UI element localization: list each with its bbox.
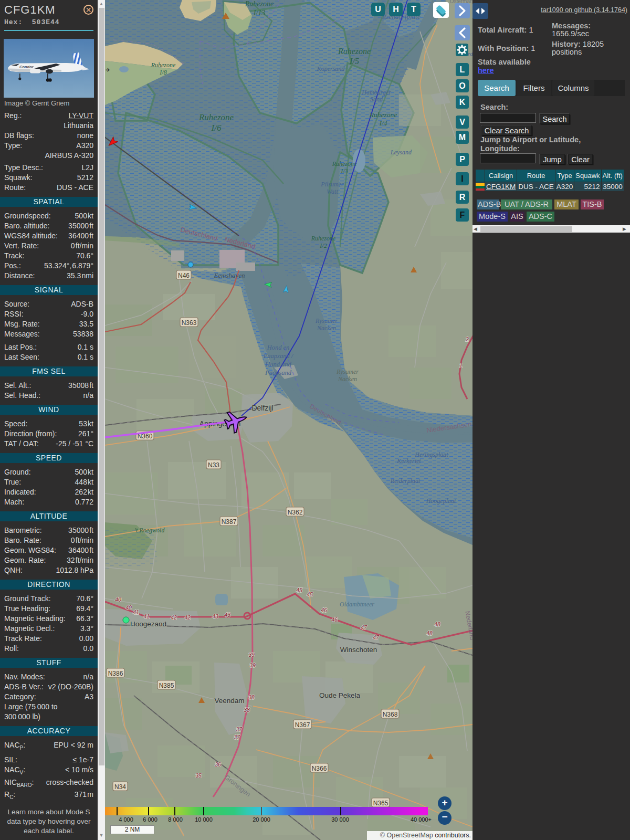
svg-text:Ruhezone: Ruhezone (198, 112, 234, 122)
svg-text:Kopersand: Kopersand (317, 65, 345, 72)
svg-text:42: 42 (171, 614, 177, 621)
svg-text:47: 47 (373, 634, 380, 640)
svg-text:Ruhezone: Ruhezone (338, 47, 371, 56)
svg-text:N34: N34 (114, 783, 126, 791)
svg-text:Eemshaven: Eemshaven (213, 271, 245, 279)
svg-text:Hoogezand: Hoogezand (130, 620, 166, 628)
svg-text:I/2: I/2 (319, 242, 327, 249)
svg-text:43: 43 (212, 613, 218, 620)
svg-text:36: 36 (215, 761, 221, 768)
svg-text:47: 47 (361, 624, 368, 631)
svg-text:N46: N46 (178, 272, 190, 279)
svg-text:45: 45 (307, 591, 313, 597)
svg-text:Paapzand /: Paapzand / (263, 352, 294, 360)
svg-text:N385: N385 (159, 682, 174, 689)
svg-text:39: 39 (249, 662, 256, 668)
svg-text:Hoogeplaat: Hoogeplaat (426, 497, 456, 505)
svg-text:Nacken: Nacken (338, 375, 357, 383)
svg-text:43: 43 (224, 612, 230, 618)
svg-text:Ruhezone: Ruhezone (332, 160, 357, 167)
svg-text:Delfzijl: Delfzijl (251, 404, 273, 412)
svg-text:41: 41 (143, 613, 150, 620)
svg-text:39: 39 (248, 652, 255, 658)
svg-text:Oldambtmeer: Oldambtmeer (340, 601, 374, 608)
svg-text:35: 35 (195, 772, 202, 779)
svg-text:41: 41 (133, 609, 139, 615)
svg-text:N366: N366 (312, 765, 327, 772)
svg-text:N367: N367 (295, 721, 310, 729)
svg-text:Reiderplaat: Reiderplaat (390, 477, 421, 485)
svg-text:40: 40 (115, 596, 121, 603)
svg-text:Hund und: Hund und (265, 361, 291, 368)
svg-text:I/6: I/6 (211, 123, 222, 133)
svg-text:I/13: I/13 (253, 9, 266, 17)
svg-text:Condor: Condor (19, 65, 34, 69)
svg-text:N386: N386 (108, 670, 123, 677)
svg-text:Winschoten: Winschoten (340, 646, 377, 654)
svg-text:Watt: Watt (327, 188, 338, 195)
svg-text:I/5: I/5 (349, 57, 359, 66)
svg-text:Leysand: Leysand (390, 149, 412, 156)
svg-text:38: 38 (248, 694, 255, 700)
svg-text:I/3: I/3 (340, 167, 348, 175)
svg-text:37: 37 (234, 734, 240, 740)
svg-text:42: 42 (184, 614, 191, 621)
svg-text:N362: N362 (288, 509, 303, 516)
svg-text:Oude Pekela: Oude Pekela (319, 691, 361, 699)
svg-text:N368: N368 (383, 711, 398, 718)
svg-text:2: 2 (465, 336, 469, 342)
svg-text:N365: N365 (373, 800, 388, 807)
svg-text:Hamburger: Hamburger (361, 89, 391, 96)
svg-text:Ruhezone: Ruhezone (245, 0, 274, 8)
svg-text:40: 40 (125, 604, 132, 611)
svg-text:N33: N33 (208, 461, 219, 469)
svg-text:Ruhezone: Ruhezone (369, 111, 397, 119)
svg-text:I/8: I/8 (159, 69, 166, 76)
svg-text:Rysumer: Rysumer (315, 317, 338, 324)
svg-text:N387: N387 (222, 518, 237, 526)
svg-text:48: 48 (434, 621, 440, 627)
svg-text:38: 38 (244, 707, 250, 713)
svg-text:45: 45 (296, 587, 302, 593)
svg-text:37: 37 (236, 726, 243, 732)
svg-text:46: 46 (331, 616, 338, 623)
svg-text:Sand: Sand (370, 96, 383, 103)
svg-text:Pilsumer: Pilsumer (320, 181, 344, 188)
svg-text:Veendam: Veendam (214, 697, 244, 705)
svg-text:I/4: I/4 (379, 119, 387, 127)
svg-text:Ruhezone: Ruhezone (151, 61, 176, 69)
svg-text:Rysumer: Rysumer (336, 368, 359, 375)
svg-text:'t Roegwold: 't Roegwold (135, 527, 165, 534)
svg-text:1: 1 (459, 362, 463, 369)
svg-text:48: 48 (426, 630, 433, 636)
svg-text:N363: N363 (182, 319, 197, 327)
svg-text:Nacken: Nacken (317, 324, 336, 332)
svg-text:Paapsand: Paapsand (265, 369, 292, 376)
svg-text:Ruhezone: Ruhezone (311, 235, 336, 242)
svg-text:46: 46 (321, 607, 327, 613)
svg-text:Hond en: Hond en (267, 344, 290, 351)
svg-text:Kerkeriet: Kerkeriet (396, 457, 421, 465)
svg-text:✈: ✈ (106, 67, 110, 73)
